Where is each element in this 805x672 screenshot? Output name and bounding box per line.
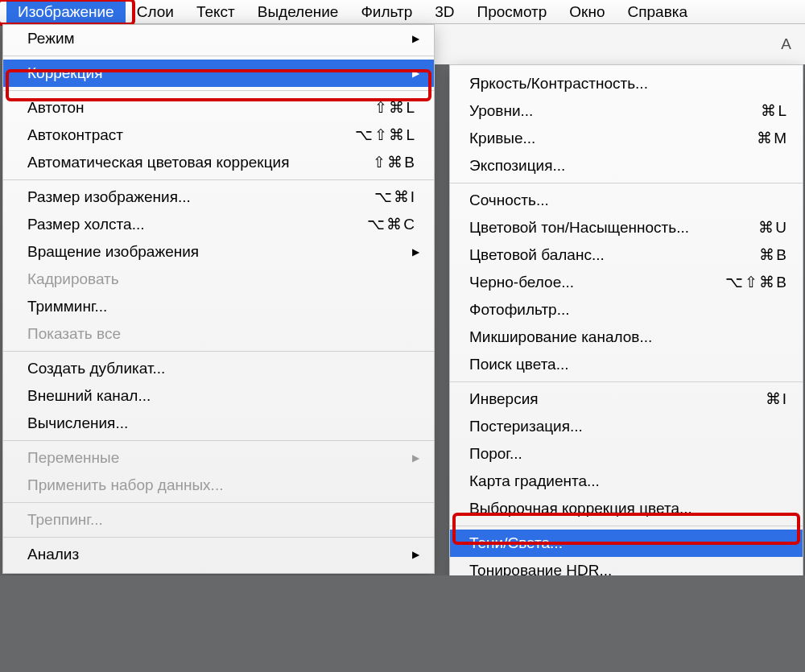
correction-submenu-item[interactable]: Цветовой баланс...⌘B — [450, 241, 803, 269]
correction-submenu-item[interactable]: Инверсия⌘I — [450, 385, 803, 413]
image-menu-item[interactable]: Внешний канал... — [3, 382, 434, 410]
menubar-item-8[interactable]: Справка — [616, 0, 699, 24]
correction-submenu-item-shortcut: ⌘L — [761, 101, 788, 122]
correction-submenu-item[interactable]: Постеризация... — [450, 413, 803, 440]
correction-submenu-item[interactable]: Карта градиента... — [450, 468, 803, 495]
correction-submenu-item[interactable]: Выборочная коррекция цвета... — [450, 495, 803, 522]
correction-submenu-item-label: Кривые... — [469, 128, 757, 149]
image-menu-item-shortcut: ⌥⌘I — [374, 187, 416, 208]
image-menu-item-label: Размер изображения... — [27, 187, 374, 208]
image-menu-item[interactable]: Анализ▶ — [3, 541, 434, 568]
image-menu-item: Кадрировать — [3, 266, 434, 293]
image-menu-item[interactable]: Размер изображения...⌥⌘I — [3, 183, 434, 211]
image-menu-item-label: Переменные — [27, 447, 412, 468]
correction-submenu-item-shortcut: ⌘M — [757, 128, 788, 149]
correction-submenu-item-label: Цветовой тон/Насыщенность... — [469, 217, 758, 238]
image-menu-item: Применить набор данных... — [3, 472, 434, 499]
correction-submenu-item[interactable]: Порог... — [450, 440, 803, 468]
correction-submenu-item-label: Постеризация... — [469, 416, 788, 437]
submenu-arrow-icon: ▶ — [412, 544, 419, 565]
image-menu-item: Переменные▶ — [3, 444, 434, 472]
image-menu-item-shortcut: ⇧⌘B — [373, 152, 416, 173]
image-menu-item-label: Показать все — [27, 324, 416, 344]
image-menu-item-shortcut: ⌥⇧⌘L — [355, 125, 416, 146]
correction-submenu-item[interactable]: Цветовой тон/Насыщенность...⌘U — [450, 214, 803, 241]
image-menu-item-label: Внешний канал... — [27, 385, 416, 406]
image-menu-item[interactable]: Автотон⇧⌘L — [3, 94, 434, 122]
image-menu-item[interactable]: Автоконтраст⌥⇧⌘L — [3, 122, 434, 149]
image-menu-item[interactable]: Размер холста...⌥⌘C — [3, 211, 434, 238]
correction-submenu-item[interactable]: Поиск цвета... — [450, 351, 803, 378]
image-menu-item-label: Анализ — [27, 544, 412, 565]
image-menu-item-label: Применить набор данных... — [27, 475, 416, 496]
image-menu-separator — [3, 56, 434, 56]
correction-submenu-item-label: Поиск цвета... — [469, 354, 788, 375]
image-menu-item: Показать все — [3, 320, 434, 348]
menubar-item-6[interactable]: Просмотр — [466, 0, 559, 24]
image-menu-item-label: Вращение изображения — [27, 241, 412, 262]
image-menu-separator — [3, 179, 434, 180]
image-menu-item-label: Автоконтраст — [27, 125, 355, 146]
correction-submenu-item[interactable]: Уровни...⌘L — [450, 97, 803, 125]
image-menu-item-label: Кадрировать — [27, 269, 416, 290]
correction-submenu-separator — [450, 183, 803, 183]
image-menu-separator — [3, 90, 434, 91]
image-menu-item[interactable]: Автоматическая цветовая коррекция⇧⌘B — [3, 149, 434, 176]
correction-submenu-item[interactable]: Сочность... — [450, 187, 803, 214]
canvas-background — [0, 575, 805, 672]
correction-submenu-item-label: Выборочная коррекция цвета... — [469, 498, 788, 519]
correction-submenu-separator — [450, 526, 803, 526]
menubar-item-0[interactable]: Изображение — [6, 0, 126, 24]
correction-submenu-item-label: Карта градиента... — [469, 471, 788, 492]
correction-submenu-item-label: Инверсия — [469, 389, 766, 410]
image-menu-item[interactable]: Вращение изображения▶ — [3, 238, 434, 266]
correction-submenu-item-label: Уровни... — [469, 101, 761, 122]
submenu-arrow-icon: ▶ — [412, 28, 419, 49]
image-menu-separator — [3, 502, 434, 503]
correction-submenu-item[interactable]: Черно-белое...⌥⇧⌘B — [450, 269, 803, 296]
correction-submenu-item-label: Яркость/Контрастность... — [469, 73, 788, 94]
ruler-strip: A — [435, 24, 805, 64]
image-menu-item-label: Тримминг... — [27, 296, 416, 317]
correction-submenu-item-label: Цветовой баланс... — [469, 245, 759, 266]
correction-submenu-item-label: Экспозиция... — [469, 155, 788, 176]
correction-submenu-item-shortcut: ⌘U — [758, 217, 788, 238]
image-menu-item-shortcut: ⇧⌘L — [374, 97, 416, 118]
menubar-item-3[interactable]: Выделение — [246, 0, 350, 24]
menubar-item-1[interactable]: Слои — [126, 0, 185, 24]
image-menu-item-label: Размер холста... — [27, 214, 367, 235]
menubar-item-2[interactable]: Текст — [185, 0, 246, 24]
correction-submenu-separator — [450, 381, 803, 382]
correction-submenu-item[interactable]: Яркость/Контрастность... — [450, 70, 803, 97]
image-menu-separator — [3, 537, 434, 538]
correction-submenu-item[interactable]: Кривые...⌘M — [450, 125, 803, 152]
menubar-item-7[interactable]: Окно — [558, 0, 616, 24]
image-menu-separator — [3, 440, 434, 441]
image-dropdown-menu: Режим▶Коррекция▶Автотон⇧⌘LАвтоконтраст⌥⇧… — [2, 24, 435, 574]
correction-submenu-item-shortcut: ⌘I — [766, 389, 788, 410]
image-menu-item[interactable]: Коррекция▶ — [3, 60, 434, 87]
image-menu-item-label: Режим — [27, 28, 412, 49]
correction-submenu-item[interactable]: Микширование каналов... — [450, 324, 803, 351]
image-menu-item[interactable]: Создать дубликат... — [3, 355, 434, 382]
correction-submenu-item-label: Порог... — [469, 443, 788, 464]
correction-submenu-item[interactable]: Экспозиция... — [450, 152, 803, 179]
correction-submenu-item[interactable]: Тени/Света... — [450, 530, 803, 557]
image-menu-item-label: Вычисления... — [27, 413, 416, 434]
image-menu-item[interactable]: Тримминг... — [3, 293, 434, 320]
ruler-label: A — [781, 35, 792, 53]
correction-submenu-item-label: Черно-белое... — [469, 272, 725, 293]
correction-submenu-item-shortcut: ⌘B — [759, 245, 788, 266]
image-menu-item[interactable]: Вычисления... — [3, 410, 434, 437]
correction-submenu-item-label: Тени/Света... — [469, 533, 788, 554]
correction-submenu-item-shortcut: ⌥⇧⌘B — [725, 272, 788, 293]
menubar-item-4[interactable]: Фильтр — [349, 0, 423, 24]
correction-submenu-item[interactable]: Фотофильтр... — [450, 296, 803, 324]
submenu-arrow-icon: ▶ — [412, 63, 419, 84]
image-menu-separator — [3, 351, 434, 352]
correction-submenu-item-label: Сочность... — [469, 190, 788, 211]
image-menu-item-label: Создать дубликат... — [27, 358, 416, 379]
image-menu-item[interactable]: Режим▶ — [3, 25, 434, 52]
menubar-item-5[interactable]: 3D — [423, 0, 465, 24]
image-menu-item-label: Автоматическая цветовая коррекция — [27, 152, 373, 173]
